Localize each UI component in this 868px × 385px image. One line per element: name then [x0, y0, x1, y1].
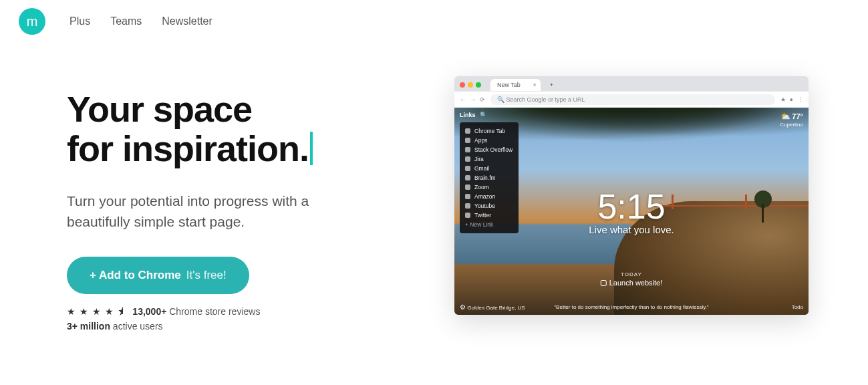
logo[interactable]: m: [19, 8, 45, 35]
link-icon: [465, 166, 470, 171]
nav-plus[interactable]: Plus: [69, 15, 90, 27]
extension-icon: ★: [780, 96, 786, 103]
reviews-count: 13,000+: [132, 306, 166, 317]
focus-text: Launch website!: [609, 279, 663, 287]
hero-text: Your space for inspiration. Turn your po…: [67, 76, 414, 332]
checkbox-icon: [601, 280, 607, 286]
list-item: Jira: [465, 154, 513, 164]
cursor-icon: [310, 132, 313, 165]
address-placeholder: Search Google or type a URL: [507, 96, 585, 103]
links-label: Links: [460, 112, 476, 118]
clock-block: 5:15 Live what you love.: [589, 186, 674, 235]
browser-tab: New Tab ×: [490, 79, 541, 91]
mantra-text: Live what you love.: [589, 224, 674, 235]
weather-temp: 77°: [792, 112, 803, 120]
users-text: active users: [113, 321, 163, 332]
list-item: Stack Overflow: [465, 145, 513, 154]
tab-label: New Tab: [497, 82, 521, 88]
maximize-window-icon: [476, 82, 481, 88]
product-preview: New Tab × + ← → ⟳ 🔍 Search Google or typ…: [454, 76, 809, 315]
weather-icon: ⛅: [780, 112, 790, 121]
tree-deco: [754, 190, 772, 223]
link-icon: [465, 138, 470, 143]
site-header: m Plus Teams Newsletter: [0, 0, 868, 43]
list-item: Youtube: [465, 201, 513, 211]
clock-time: 5:15: [589, 186, 674, 227]
link-icon: [465, 175, 470, 180]
cta-label: + Add to Chrome: [90, 269, 181, 282]
new-tab-icon: +: [550, 82, 553, 88]
gear-icon: ⚙: [460, 303, 466, 311]
hero: Your space for inspiration. Turn your po…: [0, 43, 868, 358]
minimize-window-icon: [468, 82, 473, 88]
focus-block: TODAY Launch website!: [601, 271, 663, 287]
new-link-row: + New Link: [465, 220, 513, 229]
list-item: Chrome Tab: [465, 126, 513, 136]
nav-newsletter[interactable]: Newsletter: [162, 15, 212, 27]
focus-item: Launch website!: [601, 279, 663, 287]
reviews-text: Chrome store reviews: [169, 306, 260, 317]
newtab-viewport: Links 🔍 ⛅ 77° Cupertino Chrome Tab Apps …: [454, 108, 809, 315]
reload-icon: ⟳: [480, 96, 485, 103]
close-window-icon: [460, 82, 465, 88]
logo-letter: m: [27, 14, 38, 29]
nav-teams[interactable]: Teams: [110, 15, 142, 27]
profile-icon: ●: [790, 96, 793, 103]
back-icon: ←: [460, 96, 466, 103]
hero-title-line2: for inspiration.: [67, 128, 309, 168]
list-item: Apps: [465, 136, 513, 145]
daily-quote: "Better to do something imperfectly than…: [554, 304, 708, 310]
link-icon: [465, 213, 470, 218]
star-rating-icon: ★ ★ ★ ★ ⯨: [67, 306, 128, 317]
hero-subtitle: Turn your potential into progress with a…: [67, 190, 361, 233]
social-proof: ★ ★ ★ ★ ⯨ 13,000+ Chrome store reviews 3…: [67, 306, 414, 332]
hero-title-line1: Your space: [67, 89, 252, 129]
list-item: Gmail: [465, 164, 513, 173]
cta-free-badge: It's free!: [186, 269, 227, 282]
users-count: 3+ million: [67, 321, 110, 332]
primary-nav: Plus Teams Newsletter: [69, 15, 212, 27]
list-item: Zoom: [465, 182, 513, 192]
link-icon: [465, 203, 470, 209]
todo-label: Todo: [792, 304, 803, 310]
browser-toolbar: ← → ⟳ 🔍 Search Google or type a URL ★ ● …: [454, 91, 809, 108]
list-item: Twitter: [465, 211, 513, 220]
links-dropdown: Chrome Tab Apps Stack Overflow Jira Gmai…: [460, 122, 519, 233]
viewport-bottombar: ⚙ Golden Gate Bridge, US "Better to do s…: [460, 303, 803, 311]
link-icon: [465, 147, 470, 152]
address-bar: 🔍 Search Google or type a URL: [490, 94, 775, 105]
add-to-chrome-button[interactable]: + Add to Chrome It's free!: [67, 257, 249, 294]
browser-tabstrip: New Tab × +: [454, 76, 809, 91]
close-tab-icon: ×: [533, 82, 537, 88]
window-controls: [460, 82, 481, 88]
today-label: TODAY: [601, 271, 663, 277]
photo-credit: Golden Gate Bridge, US: [467, 305, 525, 311]
list-item: Amazon: [465, 192, 513, 201]
menu-icon: ⋮: [797, 96, 803, 103]
forward-icon: →: [470, 96, 476, 103]
link-icon: [465, 128, 470, 134]
list-item: Brain.fm: [465, 173, 513, 182]
link-icon: [465, 184, 470, 190]
search-icon: 🔍: [480, 112, 487, 118]
weather-widget: ⛅ 77° Cupertino: [780, 112, 803, 128]
link-icon: [465, 194, 470, 199]
weather-location: Cupertino: [780, 122, 803, 128]
hero-title: Your space for inspiration.: [67, 90, 414, 169]
link-icon: [465, 156, 470, 162]
